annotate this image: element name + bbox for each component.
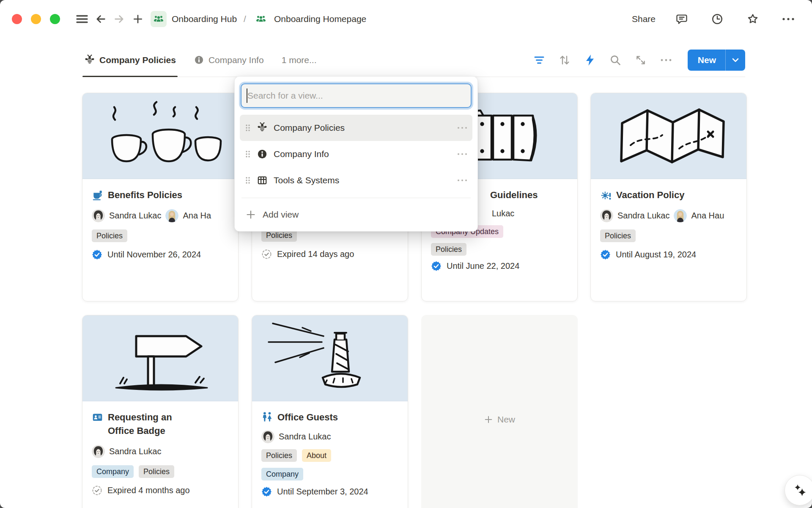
card-title-row: Vacation Policy	[600, 188, 737, 202]
card-people-row: Sandra Lukac	[261, 430, 398, 443]
back-button[interactable]	[91, 10, 110, 28]
avatar-sandra-lukac	[92, 209, 105, 222]
sort-button[interactable]	[558, 54, 571, 66]
view-item-more-button[interactable]	[457, 153, 467, 155]
card-status-row: Until June 22, 2024	[431, 261, 568, 271]
page-more-button[interactable]	[779, 10, 798, 28]
people-group-icon	[151, 11, 167, 27]
card-title-row: Office Guests	[261, 411, 398, 424]
window-titlebar: Onboarding Hub / Onboarding Homepage Sha…	[0, 0, 812, 38]
lightning-bolt-icon	[585, 54, 595, 66]
minimize-window-button[interactable]	[31, 14, 41, 24]
history-button[interactable]	[708, 10, 727, 28]
forward-button[interactable]	[110, 10, 129, 28]
more-views-button[interactable]: 1 more...	[282, 55, 317, 65]
coffee-cup-icon	[92, 189, 103, 201]
zoom-window-button[interactable]	[50, 14, 60, 24]
traffic-lights	[12, 14, 60, 24]
card-status-row: Until August 19, 2024	[600, 249, 737, 260]
drag-handle-icon[interactable]	[245, 150, 251, 158]
view-search-input[interactable]	[241, 91, 471, 101]
add-view-button[interactable]: Add view	[240, 202, 472, 227]
avatar-ana	[165, 209, 178, 222]
verified-badge-icon	[261, 486, 272, 497]
card-tags: Company	[261, 468, 398, 480]
tab-label: Company Policies	[99, 55, 176, 65]
tab-company-info[interactable]: Company Info	[192, 43, 266, 77]
bee-icon	[84, 55, 95, 66]
sidebar-toggle-button[interactable]	[73, 10, 91, 28]
card-tags: Policies	[92, 229, 229, 242]
new-entry-split-button: New	[688, 50, 745, 71]
card-title: Benefits Policies	[108, 188, 182, 202]
view-item-company-policies[interactable]: Company Policies	[240, 115, 472, 141]
info-icon	[194, 55, 204, 65]
new-tab-button[interactable]	[129, 10, 147, 28]
drag-handle-icon[interactable]	[245, 176, 251, 185]
card-vacation-policy[interactable]: Vacation Policy Sandra Lukac Ana Hau Pol…	[590, 93, 747, 301]
view-search-field[interactable]	[241, 83, 472, 108]
expired-circle-icon	[261, 249, 272, 260]
automations-button[interactable]	[584, 54, 596, 66]
back-arrow-icon	[95, 13, 107, 25]
view-item-tools-systems[interactable]: Tools & Systems	[240, 167, 472, 193]
avatar-sandra-lukac	[261, 430, 274, 443]
view-item-company-info[interactable]: Company Info	[240, 141, 472, 167]
tab-company-policies[interactable]: Company Policies	[82, 43, 178, 77]
verified-badge-icon	[431, 261, 442, 271]
close-window-button[interactable]	[12, 14, 22, 24]
card-tags: Policies	[431, 243, 568, 256]
new-entry-dropdown-button[interactable]	[726, 50, 745, 71]
star-icon	[746, 13, 759, 25]
favorite-button[interactable]	[743, 10, 762, 28]
sort-arrows-icon	[559, 55, 571, 66]
view-item-more-button[interactable]	[457, 127, 467, 129]
filter-button[interactable]	[533, 54, 546, 66]
sun-icon	[600, 189, 612, 201]
card-people-row: Sandra Lukac Ana Ha	[92, 209, 238, 222]
view-switcher-dropdown: Company Policies Company Info	[234, 76, 478, 232]
expand-diagonal-icon	[635, 55, 646, 66]
share-button[interactable]: Share	[632, 14, 656, 24]
tag-policies: Policies	[600, 229, 636, 242]
card-office-guests[interactable]: Office Guests Sandra Lukac Policies Abou…	[252, 315, 408, 508]
drag-handle-icon[interactable]	[245, 124, 251, 132]
tag-about: About	[302, 449, 331, 462]
breadcrumb-item-current[interactable]: Onboarding Homepage	[274, 14, 366, 24]
card-office-badge[interactable]: Requesting an Office Badge Sandra Lukac …	[82, 315, 239, 508]
comment-icon	[675, 13, 688, 25]
bee-icon	[257, 122, 268, 133]
forward-arrow-icon	[113, 13, 125, 25]
menu-divider	[241, 198, 471, 198]
new-card-label: New	[497, 414, 515, 425]
new-entry-button[interactable]: New	[688, 50, 725, 71]
ellipsis-icon	[782, 17, 795, 21]
status-label: Until June 22, 2024	[447, 261, 519, 271]
person-name: Ana Ha	[183, 211, 211, 221]
view-item-label: Company Info	[274, 149, 329, 159]
card-benefits-policies[interactable]: Benefits Policies Sandra Lukac Ana Ha Po…	[82, 93, 239, 301]
card-status-row: Until September 3, 2024	[261, 486, 398, 497]
expand-view-button[interactable]	[634, 54, 647, 66]
filter-icon	[533, 55, 545, 65]
new-card-button[interactable]: New	[421, 315, 578, 508]
card-tags: Company Policies	[92, 465, 229, 478]
card-status-row: Until November 26, 2024	[92, 249, 229, 260]
verified-badge-icon	[600, 249, 611, 260]
tab-label: Company Info	[208, 55, 264, 65]
view-tab-bar: Company Policies Company Info 1 more...	[82, 38, 745, 77]
comments-button[interactable]	[672, 10, 691, 28]
tag-policies: Policies	[261, 449, 297, 462]
breadcrumb-item[interactable]: Onboarding Hub	[172, 14, 237, 24]
id-badge-icon	[92, 411, 103, 423]
view-more-button[interactable]	[660, 54, 672, 66]
notion-ai-button[interactable]	[785, 475, 812, 505]
plus-icon	[132, 13, 144, 25]
person-name: Ana Hau	[691, 211, 724, 221]
plus-icon	[246, 210, 256, 220]
search-icon	[609, 54, 621, 66]
status-label: Until September 3, 2024	[277, 487, 368, 497]
search-view-button[interactable]	[609, 54, 622, 66]
view-item-more-button[interactable]	[457, 179, 467, 182]
people-pair-icon	[261, 411, 273, 423]
